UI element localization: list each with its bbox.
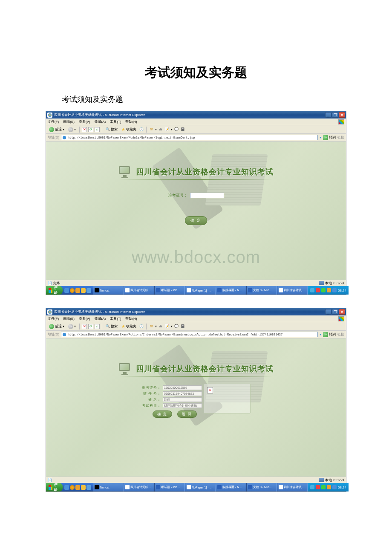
- tray-icon[interactable]: [316, 485, 320, 489]
- stop-icon[interactable]: ✕: [82, 127, 87, 132]
- system-tray: 08:24: [308, 286, 349, 295]
- close-button[interactable]: ✕: [339, 309, 345, 315]
- close-button[interactable]: ✕: [339, 112, 345, 118]
- dropdown-arrow-icon[interactable]: ▾: [320, 332, 321, 336]
- menu-favorites[interactable]: 收藏(A): [95, 316, 106, 321]
- ie-icon: [47, 309, 52, 315]
- menu-edit[interactable]: 编辑(E): [63, 119, 75, 124]
- refresh-icon[interactable]: ⟳: [88, 127, 93, 132]
- task-item[interactable]: Tomcat: [93, 483, 124, 491]
- ql-desktop-icon[interactable]: [86, 288, 91, 293]
- discuss-icon[interactable]: 💬: [174, 324, 179, 329]
- research-icon[interactable]: 📓: [180, 324, 185, 329]
- forward-button[interactable]: → ▾: [67, 127, 77, 133]
- ql-app-icon[interactable]: [81, 485, 86, 490]
- ql-ie-icon[interactable]: [64, 288, 69, 293]
- favorites-button[interactable]: ★收藏夹: [120, 324, 138, 329]
- minimize-button[interactable]: _: [325, 309, 331, 315]
- ql-app-icon[interactable]: [81, 288, 86, 293]
- minimize-button[interactable]: _: [325, 112, 331, 118]
- menu-favorites[interactable]: 收藏(A): [95, 119, 106, 124]
- mail-icon[interactable]: ✉: [149, 127, 154, 132]
- login-form-1: 准考证号： 确 定: [46, 193, 346, 225]
- menu-edit[interactable]: 编辑(E): [63, 316, 75, 321]
- refresh-icon[interactable]: ⟳: [88, 324, 93, 329]
- ql-folder-icon[interactable]: [75, 288, 80, 293]
- discuss-icon[interactable]: 💬: [174, 127, 179, 132]
- task-item[interactable]: NoPaper[1] - …: [185, 286, 216, 295]
- search-button[interactable]: 🔍搜索: [104, 127, 119, 132]
- tray-icon[interactable]: [316, 288, 320, 292]
- ql-desktop-icon[interactable]: [86, 485, 91, 490]
- start-button[interactable]: 开始: [46, 286, 63, 295]
- start-button[interactable]: 开始: [46, 483, 63, 491]
- ql-folder-icon[interactable]: [75, 485, 80, 490]
- screenshot-2: 四川省会计从业资格无纸化考试 - Microsoft Internet Expl…: [46, 308, 346, 492]
- photo-placeholder: ✕: [207, 387, 213, 393]
- task-item[interactable]: 考试题 - Mic…: [154, 483, 185, 491]
- address-input[interactable]: http://localhost:8080/NoPaperExam/Action…: [61, 332, 318, 337]
- menu-tools[interactable]: 工具(T): [110, 119, 121, 124]
- ql-media-icon[interactable]: [70, 288, 75, 293]
- tray-icon[interactable]: [310, 485, 314, 489]
- tray-icon[interactable]: [327, 485, 331, 489]
- maximize-button[interactable]: ❐: [332, 309, 338, 315]
- ticket-input[interactable]: [190, 193, 224, 198]
- links-label[interactable]: 链接: [337, 135, 344, 140]
- forward-button[interactable]: → ▾: [67, 324, 77, 330]
- task-item[interactable]: 实操界面 - N…: [216, 286, 246, 295]
- tray-icon[interactable]: [321, 485, 326, 489]
- menu-file[interactable]: 文件(F): [48, 316, 59, 321]
- ql-media-icon[interactable]: [70, 485, 75, 490]
- history-icon[interactable]: 🕒: [139, 324, 144, 329]
- address-input[interactable]: http://localhost:8080/NoPaperExam/Module…: [61, 135, 318, 140]
- menu-view[interactable]: 查看(V): [79, 316, 90, 321]
- menu-help[interactable]: 帮助(H): [125, 316, 137, 321]
- task-item[interactable]: 四川会计无纸…: [124, 286, 154, 295]
- back-button[interactable]: ←后退 ▾: [48, 324, 66, 330]
- edit-icon[interactable]: 📝: [164, 127, 170, 132]
- stop-icon[interactable]: ✕: [82, 324, 87, 329]
- mail-icon[interactable]: ✉: [149, 324, 154, 329]
- task-item[interactable]: 实操界面 - N…: [216, 483, 246, 491]
- page-content: 四川省会计从业资格会计专业知识考试 ✕ 准考证号： 13030500012592…: [46, 338, 346, 477]
- document-subtitle: 考试须知及实务题: [62, 94, 392, 104]
- tray-icon[interactable]: [327, 288, 331, 292]
- print-icon[interactable]: 🖶: [158, 127, 163, 132]
- tray-icon[interactable]: [332, 288, 337, 292]
- menu-file[interactable]: 文件(F): [48, 119, 59, 124]
- go-button[interactable]: →转到: [323, 332, 336, 337]
- ql-ie-icon[interactable]: [64, 485, 69, 490]
- confirm-button[interactable]: 确 定: [185, 216, 208, 225]
- print-icon[interactable]: 🖶: [158, 324, 163, 329]
- search-button[interactable]: 🔍搜索: [104, 324, 119, 329]
- task-item[interactable]: NoPaper[1] - …: [185, 483, 216, 491]
- research-icon[interactable]: 📓: [180, 127, 185, 132]
- maximize-button[interactable]: ❐: [332, 112, 338, 118]
- history-icon[interactable]: 🕒: [139, 127, 144, 132]
- edit-icon[interactable]: 📝: [164, 324, 170, 329]
- task-item[interactable]: 四川省会计从…: [277, 483, 308, 491]
- menu-help[interactable]: 帮助(H): [125, 119, 137, 124]
- tray-icon[interactable]: [332, 485, 337, 489]
- task-item[interactable]: 文档 3 - Mic…: [246, 483, 277, 491]
- confirm-button[interactable]: 确 定: [153, 410, 172, 418]
- task-item[interactable]: 考试题 - Mic…: [154, 286, 185, 295]
- favorites-button[interactable]: ★收藏夹: [120, 127, 138, 132]
- address-bar: 地址(D) http://localhost:8080/NoPaperExam/…: [46, 331, 346, 338]
- tray-icon[interactable]: [321, 288, 326, 292]
- menu-view[interactable]: 查看(V): [79, 119, 90, 124]
- home-icon[interactable]: ⌂: [95, 127, 100, 132]
- home-icon[interactable]: ⌂: [95, 324, 100, 329]
- task-item[interactable]: 四川省会计从…: [277, 286, 308, 295]
- links-label[interactable]: 链接: [337, 332, 344, 337]
- task-item[interactable]: 文档 3 - Mic…: [246, 286, 277, 295]
- task-item[interactable]: Tomcat: [93, 286, 124, 295]
- tray-icon[interactable]: [310, 288, 314, 292]
- go-button[interactable]: →转到: [323, 135, 336, 140]
- task-item[interactable]: 四川会计无纸…: [124, 483, 154, 491]
- dropdown-arrow-icon[interactable]: ▾: [320, 136, 321, 139]
- back-button[interactable]: ←后退 ▾: [48, 127, 66, 133]
- menu-tools[interactable]: 工具(T): [110, 316, 121, 321]
- back-button[interactable]: 返 回: [177, 410, 197, 418]
